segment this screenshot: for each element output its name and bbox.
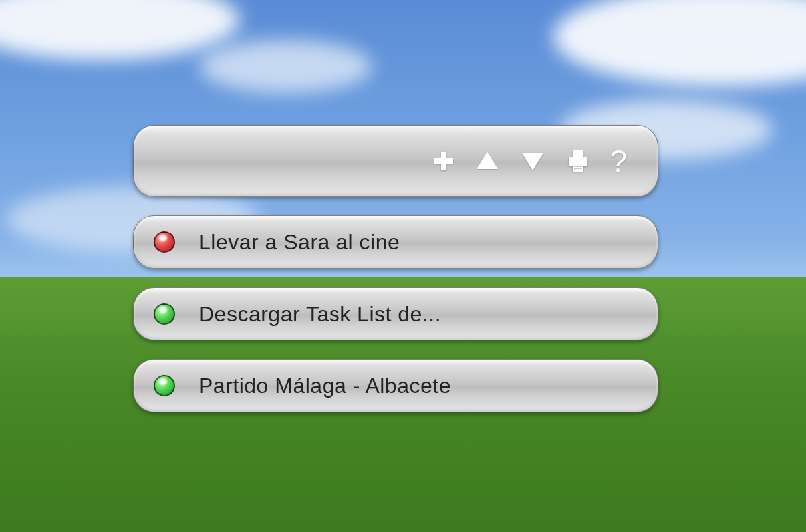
add-icon[interactable]: [432, 149, 456, 173]
toolbar: ?: [133, 125, 658, 197]
help-icon[interactable]: ?: [610, 146, 627, 176]
svg-marker-3: [522, 153, 543, 170]
cloud-decoration: [200, 40, 372, 93]
status-dot-green: [154, 375, 175, 396]
svg-rect-1: [434, 158, 453, 164]
print-icon[interactable]: [565, 148, 591, 174]
task-row[interactable]: Partido Málaga - Albacete: [133, 359, 658, 412]
task-list-widget: ? Llevar a Sara al cine Descargar Task L…: [133, 125, 658, 412]
task-row[interactable]: Llevar a Sara al cine: [133, 215, 658, 269]
svg-marker-2: [477, 152, 498, 169]
cloud-decoration: [0, 0, 239, 60]
cloud-decoration: [553, 0, 806, 86]
task-label: Descargar Task List de...: [199, 302, 441, 327]
svg-rect-4: [573, 150, 583, 157]
task-label: Llevar a Sara al cine: [199, 230, 400, 255]
svg-rect-6: [573, 164, 583, 172]
task-label: Partido Málaga - Albacete: [199, 374, 451, 398]
status-dot-red: [154, 231, 175, 253]
triangle-down-icon[interactable]: [519, 149, 546, 173]
triangle-up-icon[interactable]: [474, 149, 501, 173]
task-row[interactable]: Descargar Task List de...: [133, 287, 658, 340]
status-dot-green: [154, 303, 175, 325]
